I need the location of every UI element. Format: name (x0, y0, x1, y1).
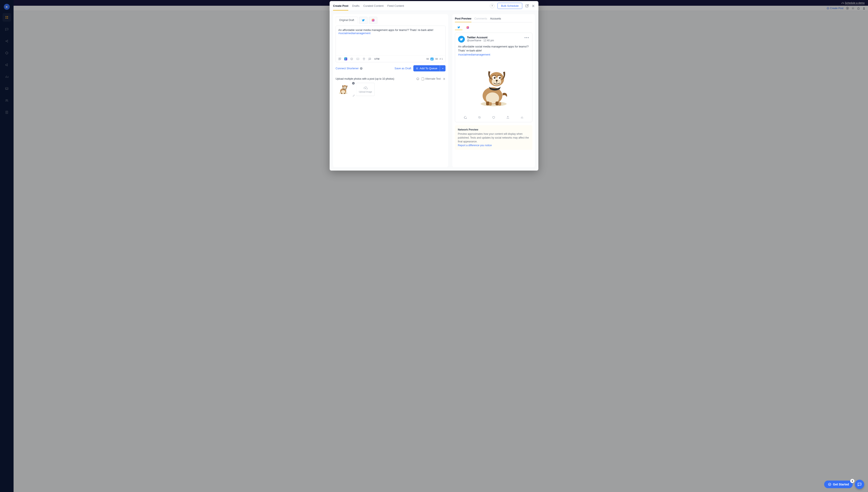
svg-point-59 (494, 77, 494, 77)
tweet-menu-icon[interactable]: ••• (524, 36, 529, 40)
post-text-content: An affordable social media management ap… (339, 28, 433, 31)
dog-image-icon (475, 65, 513, 107)
toolbar-left: C GIF UTM (339, 57, 379, 60)
svg-rect-54 (498, 102, 501, 105)
svg-rect-25 (339, 59, 340, 60)
tab-twitter[interactable] (359, 17, 368, 24)
hashtag-suggest-icon[interactable] (369, 57, 371, 60)
svg-rect-43 (341, 93, 342, 94)
tweet-preview: Twitter Account @userName · 12:40 pm •••… (455, 33, 532, 122)
tab-create-post[interactable]: Create Post (333, 1, 348, 10)
alternate-text-label: Alternate Text (425, 77, 441, 80)
instagram-icon (466, 26, 469, 29)
svg-point-42 (345, 88, 345, 88)
svg-point-26 (350, 58, 353, 60)
add-to-queue-label: Add To Queue (420, 67, 438, 70)
add-to-queue-button[interactable]: Add To Queue (414, 65, 440, 71)
stats-icon[interactable] (520, 116, 524, 119)
tweet-user-info: Twitter Account @userName · 12:40 pm (467, 36, 494, 43)
svg-rect-23 (339, 58, 340, 59)
tab-curated-content[interactable]: Curated Content (363, 1, 383, 10)
create-post-modal: Create Post Drafts Curated Content Feed … (330, 1, 539, 171)
svg-rect-45 (466, 26, 469, 29)
preview-tab-post[interactable]: Post Preview (455, 17, 472, 22)
note-body: Preview approximates how your content wi… (458, 132, 529, 143)
upload-section: Upload multiple photos with a post (up t… (336, 77, 446, 96)
preview-panel: Post Preview Comments Accounts (452, 14, 535, 167)
alternate-text-toggle[interactable]: Alternate Text (421, 77, 441, 80)
uploaded-thumbnail[interactable]: ✕ (336, 83, 354, 96)
preview-net-instagram[interactable] (464, 25, 472, 30)
preview-net-twitter[interactable] (455, 25, 463, 30)
template-icon[interactable] (339, 57, 341, 60)
tab-original-draft[interactable]: Original Draft (336, 17, 358, 24)
tweet-name: Twitter Account (467, 36, 494, 39)
get-started-label: Get Started (833, 483, 849, 486)
svg-point-27 (351, 58, 351, 59)
info-icon[interactable] (416, 77, 419, 80)
tab-drafts[interactable]: Drafts (352, 1, 359, 10)
gif-icon[interactable]: GIF (356, 57, 359, 60)
location-icon[interactable] (363, 57, 366, 60)
svg-point-31 (364, 58, 364, 59)
twitter-char-count: 98 (435, 58, 438, 60)
connect-shortener-link[interactable]: Connect Shortener ✕ (336, 67, 363, 70)
tab-instagram[interactable] (369, 17, 377, 24)
tab-feed-content[interactable]: Feed Content (388, 1, 404, 10)
dog-image-icon (336, 83, 351, 95)
editor-actions-row: Connect Shortener ✕ Save as Draft Add To… (336, 65, 446, 71)
close-upload-icon[interactable] (443, 77, 446, 80)
bulk-schedule-button[interactable]: Bulk Schedule (497, 3, 522, 9)
tweet-user: Twitter Account @userName · 12:40 pm (458, 36, 494, 43)
tweet-body: An affordable social media management ap… (458, 45, 529, 57)
save-draft-button[interactable]: Save as Draft (395, 67, 411, 70)
dismiss-shortener-icon[interactable]: ✕ (360, 67, 363, 70)
remove-thumbnail-icon[interactable]: ✕ (352, 82, 355, 84)
like-icon[interactable] (492, 116, 495, 119)
utm-button[interactable]: UTM (374, 58, 379, 60)
svg-point-62 (499, 77, 500, 77)
alternate-text-checkbox[interactable] (421, 77, 424, 80)
svg-point-39 (344, 87, 344, 87)
svg-rect-20 (372, 19, 374, 21)
help-button[interactable]: ? (490, 4, 494, 8)
upload-header-right: Alternate Text (416, 77, 445, 80)
toolbar-right: 98 98 # 1 (426, 58, 443, 60)
edit-thumbnail-icon[interactable] (353, 94, 355, 97)
svg-point-41 (345, 87, 346, 87)
right-actions: Save as Draft Add To Queue (395, 65, 446, 71)
emoji-icon[interactable] (350, 57, 353, 60)
get-started-button[interactable]: Get Started 3 (824, 481, 853, 488)
queue-button-group: Add To Queue (414, 65, 446, 71)
upload-image-label: Upload Image (359, 91, 372, 93)
share-icon[interactable] (506, 116, 510, 119)
report-difference-link[interactable]: Report a difference you notice (458, 144, 492, 147)
reply-icon[interactable] (464, 116, 467, 119)
get-started-badge: 3 (850, 479, 854, 483)
close-icon[interactable] (532, 4, 535, 8)
chat-bubble-button[interactable] (855, 480, 864, 489)
expand-icon[interactable] (525, 4, 529, 8)
tweet-text: An affordable social media management ap… (458, 45, 529, 52)
hashtag-count: # 1 (440, 58, 443, 60)
twitter-icon (457, 26, 460, 29)
preview-tab-comments[interactable]: Comments (474, 17, 487, 22)
modal-body: Original Draft An affordable social medi… (330, 11, 539, 171)
svg-rect-44 (344, 93, 345, 94)
preview-tab-accounts[interactable]: Accounts (490, 17, 501, 22)
post-text-input[interactable]: An affordable social media management ap… (336, 26, 445, 55)
modal-tabs: Create Post Drafts Curated Content Feed … (333, 1, 404, 10)
svg-rect-52 (495, 101, 499, 105)
connect-shortener-label: Connect Shortener (336, 67, 359, 70)
cloud-upload-icon (363, 86, 368, 90)
queue-dropdown-button[interactable] (440, 65, 446, 71)
network-tabs: Original Draft (336, 17, 446, 24)
chevron-down-icon (442, 67, 444, 70)
svg-rect-53 (489, 102, 492, 105)
retweet-icon[interactable] (478, 116, 481, 119)
upload-image-button[interactable]: Upload Image (356, 83, 375, 96)
canva-icon[interactable]: C (344, 57, 347, 60)
editor-panel: Original Draft An affordable social medi… (333, 14, 448, 167)
thumbnails-row: ✕ Upload Image (336, 83, 446, 96)
note-title: Network Preview (458, 128, 529, 131)
